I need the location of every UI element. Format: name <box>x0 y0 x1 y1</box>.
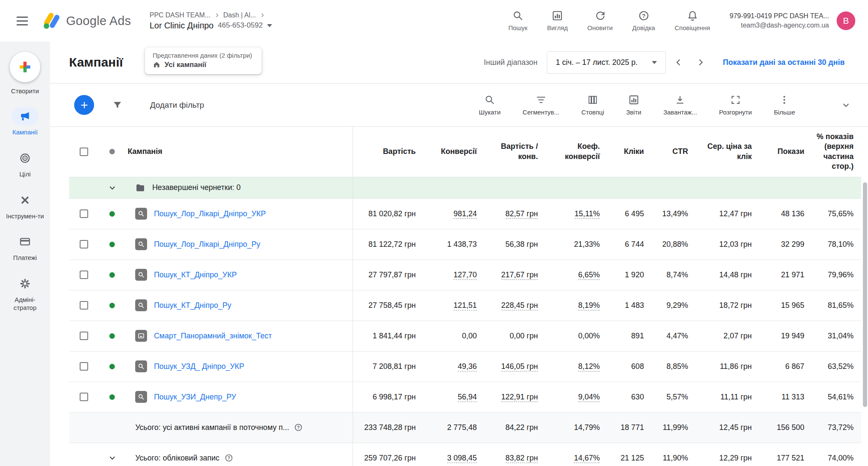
conversions-value[interactable]: 981,24 <box>453 209 477 219</box>
campaign-link[interactable]: Пошук_УЗИ_Днепр_РУ <box>154 393 236 402</box>
status-enabled-dot[interactable] <box>109 303 115 308</box>
breadcrumb-level2[interactable]: Dash | Al... <box>223 11 256 19</box>
conversions-value[interactable]: 49,36 <box>458 362 477 371</box>
help-icon[interactable]: ? <box>294 423 303 432</box>
refresh-button[interactable]: Оновити <box>587 10 613 31</box>
collapse-panel-button[interactable] <box>841 100 851 110</box>
row-checkbox[interactable] <box>80 393 88 401</box>
chevron-down-icon[interactable] <box>98 183 126 193</box>
row-checkbox[interactable] <box>80 362 88 371</box>
status-enabled-dot[interactable] <box>109 272 115 278</box>
select-all-checkbox[interactable] <box>80 148 88 156</box>
search-table-button[interactable]: Шукати <box>479 95 501 116</box>
campaign-link[interactable]: Пошук_КТ_Дніпро_Ру <box>154 301 231 310</box>
conv-rate-value[interactable]: 9,04% <box>578 393 600 402</box>
campaign-link[interactable]: Пошук_КТ_Дніпро_УКР <box>154 271 237 279</box>
date-range-selector[interactable]: 1 січ. – 17 лист. 2025 р. <box>547 51 666 74</box>
conv-rate-value[interactable]: 8,19% <box>578 301 600 310</box>
data-view-chip[interactable]: Представлення даних (2 фільтри) Усі камп… <box>145 47 262 74</box>
add-campaign-button[interactable] <box>74 95 94 115</box>
column-header-campaign[interactable]: Кампанія <box>126 127 353 177</box>
status-enabled-dot[interactable] <box>109 211 115 217</box>
cost-value: 259 707,26 грн <box>364 454 416 462</box>
column-header-cost[interactable]: Вартість <box>353 127 423 177</box>
previous-period-button[interactable] <box>669 53 688 72</box>
ctr-value: 20,88% <box>662 240 688 248</box>
conv-rate-value: 21,33% <box>574 240 600 248</box>
avg-cpc-value: 12,47 грн <box>719 209 752 218</box>
conv-rate-value[interactable]: 6,65% <box>578 271 600 280</box>
campaign-link[interactable]: Пошук_Лор_Лікарі_Дніпро_УКР <box>154 209 266 218</box>
column-header-clicks[interactable]: Кліки <box>607 127 651 177</box>
breadcrumb-level1[interactable]: PPC DASH TEAM... <box>150 11 211 19</box>
chevron-down-icon[interactable] <box>98 453 126 463</box>
google-ads-logo[interactable]: Google Ads <box>42 11 131 30</box>
conv-rate-value[interactable]: 14,67% <box>574 454 600 463</box>
avatar[interactable]: B <box>837 11 855 30</box>
sidebar-item-billing[interactable]: Платежі <box>1 233 49 262</box>
conversions-value[interactable]: 121,51 <box>453 301 477 310</box>
create-button[interactable]: Створити <box>10 52 40 95</box>
search-campaign-icon <box>135 360 147 372</box>
filter-icon[interactable] <box>112 100 123 111</box>
column-header-impr-share[interactable]: % показів (верхня частина стор.) <box>812 127 861 177</box>
column-header-conv-rate[interactable]: Коеф. конверсії <box>545 127 607 177</box>
sidebar-item-campaigns[interactable]: Кампанії <box>1 107 49 137</box>
segment-button[interactable]: Сегментув... <box>523 95 559 116</box>
column-header-impressions[interactable]: Покази <box>760 127 812 177</box>
search-button[interactable]: Пошук <box>508 10 527 31</box>
sidebar-item-admin[interactable]: Адміні-стратор <box>1 275 49 312</box>
chevron-down-icon <box>652 61 657 64</box>
add-filter-button[interactable]: Додати фільтр <box>150 100 204 110</box>
more-button[interactable]: Більше <box>774 95 795 116</box>
conv-rate-value[interactable]: 8,12% <box>578 362 600 371</box>
column-header-conversions[interactable]: Конверсії <box>423 127 484 177</box>
cost-per-conv-value[interactable]: 217,67 грн <box>501 271 538 280</box>
avg-cpc-value: 12,03 грн <box>719 240 752 248</box>
campaign-link[interactable]: Пошук_Лор_Лікарі_Дніпро_Ру <box>154 240 260 249</box>
cost-per-conv-value[interactable]: 82,57 грн <box>506 209 538 219</box>
cost-per-conv-value[interactable]: 146,05 грн <box>501 362 538 371</box>
help-button[interactable]: ? Довідка <box>632 10 655 31</box>
next-period-button[interactable] <box>691 53 710 72</box>
conversions-value[interactable]: 56,94 <box>458 393 477 402</box>
cost-per-conv-value[interactable]: 228,45 грн <box>501 301 538 310</box>
status-enabled-dot[interactable] <box>109 333 115 339</box>
show-last-30-days-link[interactable]: Показати дані за останні 30 днів <box>723 58 845 67</box>
appearance-button[interactable]: Вигляд <box>547 10 568 31</box>
cost-value: 7 208,81 грн <box>373 362 416 371</box>
drafts-group-row[interactable]: Незавершені чернетки: 0 <box>69 177 861 198</box>
row-checkbox[interactable] <box>80 209 88 218</box>
profile-area: 979-991-0419 PPC DASH TEA... team3@dash-… <box>730 11 856 30</box>
conversions-value[interactable]: 3 098,45 <box>447 454 477 463</box>
status-enabled-dot[interactable] <box>109 394 115 400</box>
chevron-right-icon <box>214 12 220 18</box>
notifications-button[interactable]: Сповіщення <box>675 10 710 31</box>
menu-icon[interactable] <box>13 11 31 30</box>
account-selector[interactable]: Lor Clinic Дніпро 465-653-0592 <box>150 21 272 31</box>
sidebar-item-goals[interactable]: Цілі <box>1 149 49 179</box>
row-checkbox[interactable] <box>80 240 88 248</box>
vertical-scrollbar[interactable] <box>863 182 867 407</box>
conv-rate-value[interactable]: 15,11% <box>575 209 600 219</box>
help-icon[interactable]: ? <box>225 454 233 462</box>
svg-text:?: ? <box>228 456 230 460</box>
campaign-link[interactable]: Смарт_Панорамний_знімок_Тест <box>154 332 272 340</box>
column-header-ctr[interactable]: CTR <box>651 127 696 177</box>
campaign-link[interactable]: Пошук_УЗД_ Дніпро_УКР <box>154 362 244 371</box>
status-enabled-dot[interactable] <box>109 364 115 369</box>
reports-button[interactable]: Звіти <box>626 95 642 116</box>
download-button[interactable]: Завантаж... <box>663 95 697 116</box>
cost-per-conv-value[interactable]: 83,82 грн <box>506 454 538 463</box>
expand-button[interactable]: Розгорнути <box>719 95 752 116</box>
row-checkbox[interactable] <box>80 332 88 340</box>
cost-per-conv-value[interactable]: 122,91 грн <box>501 393 538 402</box>
row-checkbox[interactable] <box>80 271 88 279</box>
conversions-value[interactable]: 127,70 <box>453 271 477 280</box>
status-enabled-dot[interactable] <box>109 242 115 247</box>
columns-button[interactable]: Стовпці <box>581 95 604 116</box>
sidebar-item-tools[interactable]: Інструмен-ти <box>1 191 49 220</box>
column-header-cost-per-conv[interactable]: Вартість / конв. <box>484 127 545 177</box>
column-header-avg-cpc[interactable]: Сер. ціна за клік <box>696 127 760 177</box>
row-checkbox[interactable] <box>80 301 88 310</box>
